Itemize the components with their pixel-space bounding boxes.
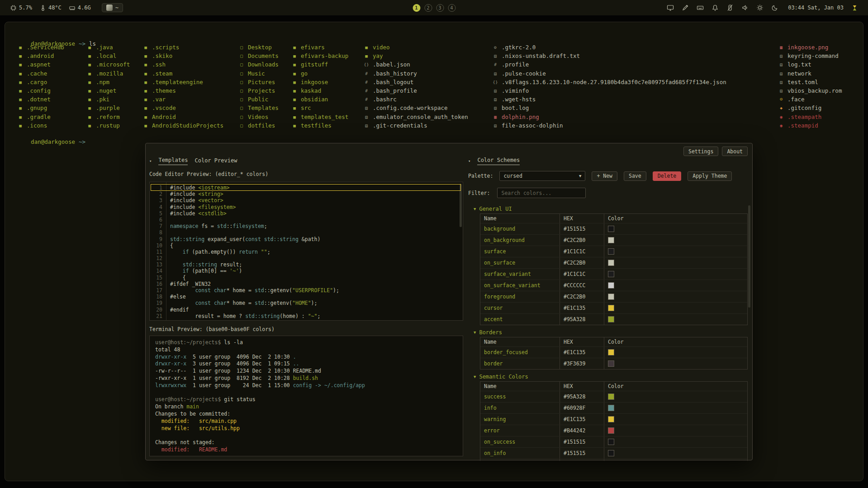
folder-open-icon: □ (238, 62, 245, 67)
color-swatch[interactable] (608, 316, 614, 322)
color-section: ▼General UINameHEXColorbackground#151515… (468, 205, 750, 325)
cpu-value: 5.7% (19, 5, 32, 11)
color-row[interactable]: warning#E1C135 (480, 413, 747, 425)
folder-icon: ■ (17, 80, 24, 85)
color-swatch[interactable] (608, 450, 614, 456)
section-header[interactable]: ▼Semantic Colors (474, 373, 750, 380)
file-label: Projects (248, 87, 275, 94)
color-name: info (480, 403, 560, 413)
file-label: go (301, 70, 308, 77)
color-row[interactable]: on_warning#151515 (480, 459, 747, 461)
workspace-button-2[interactable]: 2 (424, 4, 432, 12)
delete-button[interactable]: Delete (653, 171, 682, 181)
display-icon[interactable] (667, 4, 674, 11)
color-swatch[interactable] (608, 360, 614, 367)
color-swatch[interactable] (608, 248, 614, 255)
workspace-button-1[interactable]: 1 (413, 4, 420, 12)
tab-templates[interactable]: Templates (158, 157, 188, 165)
color-swatch[interactable] (608, 305, 614, 311)
section-header[interactable]: ▼Borders (474, 329, 750, 336)
pen-icon[interactable] (682, 4, 689, 11)
color-row[interactable]: background#151515 (480, 223, 747, 234)
file-icon: ▤ (778, 80, 784, 85)
palette-selected-value: cursed (503, 173, 522, 179)
column-header: Name (480, 382, 560, 391)
folder-icon: ■ (86, 45, 93, 50)
file-entry: ▤.git-credentials (363, 121, 468, 130)
about-button[interactable]: About (722, 147, 748, 156)
json-icon: {} (492, 80, 498, 85)
color-hex: #1C1C1C (560, 269, 604, 280)
color-swatch[interactable] (608, 226, 614, 232)
workspace-button-3[interactable]: 3 (436, 4, 444, 12)
color-hex: #CCCCCC (560, 280, 604, 291)
apply-theme-button[interactable]: Apply Theme (688, 171, 732, 181)
color-row[interactable]: info#60928F (480, 402, 747, 413)
color-swatch[interactable] (608, 294, 614, 300)
settings-button[interactable]: Settings (683, 147, 718, 156)
volume-icon[interactable] (741, 4, 749, 11)
color-row[interactable]: on_background#C2C2B0 (480, 234, 747, 246)
night-light-icon[interactable] (771, 4, 778, 11)
file-entry: #.bash_logout (363, 78, 468, 86)
section-header[interactable]: ▼General UI (474, 205, 750, 213)
line-number: 4 (150, 204, 162, 210)
line-number: 11 (150, 249, 162, 255)
file-entry: ⚙.gtkrc-2.0 (492, 43, 726, 52)
color-row[interactable]: accent#95A328 (480, 313, 747, 325)
code-line: std::string expand_user(const std::strin… (170, 236, 459, 242)
color-swatch[interactable] (608, 260, 614, 266)
file-label: .profile (502, 61, 529, 68)
color-row[interactable]: foreground#C2C2B0 (480, 291, 747, 302)
keyboard-icon[interactable] (697, 4, 704, 11)
color-row[interactable]: on_surface#C2C2B0 (480, 257, 747, 268)
color-swatch[interactable] (608, 427, 614, 434)
color-swatch[interactable] (608, 393, 614, 400)
color-row[interactable]: border_focused#E1C135 (480, 346, 747, 358)
color-swatch[interactable] (608, 439, 614, 445)
hourglass-indicator-icon[interactable] (851, 5, 858, 11)
bell-icon[interactable] (711, 4, 719, 11)
color-swatch[interactable] (608, 237, 614, 243)
top-bar: 5.7% 48°C 4.6G ~ 1234 (0, 0, 868, 15)
color-row[interactable]: border#3F3639 (480, 358, 747, 369)
color-hex: #C2C2B0 (560, 235, 604, 246)
tab-color-schemes[interactable]: Color Schemes (477, 157, 520, 165)
file-label: .ServiceHub (27, 44, 64, 51)
workspace-button-4[interactable]: 4 (448, 4, 455, 12)
pane-menu-icon[interactable]: ▾ (468, 159, 470, 163)
tab-color-preview[interactable]: Color Preview (194, 157, 237, 165)
color-swatch[interactable] (608, 405, 614, 411)
brightness-icon[interactable] (756, 4, 764, 11)
mouse-off-icon[interactable] (726, 4, 734, 11)
color-row[interactable]: surface_variant#1C1C1C (480, 268, 747, 280)
color-row[interactable]: on_surface_variant#CCCCCC (480, 280, 747, 291)
color-row[interactable]: on_success#151515 (480, 436, 747, 447)
file-label: Pictures (248, 79, 275, 85)
color-swatch[interactable] (608, 271, 614, 277)
color-cell (604, 314, 747, 325)
color-swatch[interactable] (608, 282, 614, 289)
color-swatch[interactable] (608, 416, 614, 422)
section-title: General UI (479, 206, 512, 212)
color-swatch[interactable] (608, 349, 614, 355)
color-row[interactable]: success#95A328 (480, 391, 747, 402)
terminal-line (155, 432, 457, 439)
search-colors-input[interactable] (497, 188, 586, 198)
color-row[interactable]: surface#1C1C1C (480, 246, 747, 257)
file-label: .local (96, 52, 116, 59)
terminal-preview-title: Terminal Preview: (base00-base0F colors) (149, 326, 463, 332)
file-entry: ▤.pulse-cookie (492, 69, 726, 78)
color-row[interactable]: on_info#151515 (480, 447, 747, 459)
color-hex: #C2C2B0 (560, 257, 604, 268)
new-palette-button[interactable]: + New (592, 171, 617, 181)
scrollbar-thumb[interactable] (748, 205, 750, 308)
palette-select[interactable]: cursed ▼ (499, 171, 585, 181)
file-entry: ▤.config.code-workspace (363, 104, 468, 112)
pane-menu-icon[interactable]: ▾ (149, 159, 152, 163)
file-label: .emulator_console_auth_token (373, 114, 468, 120)
color-row[interactable]: error#B44242 (480, 425, 747, 436)
color-row[interactable]: cursor#E1C135 (480, 302, 747, 313)
save-button[interactable]: Save (624, 171, 646, 181)
terminal-line: total 48 (155, 346, 457, 354)
